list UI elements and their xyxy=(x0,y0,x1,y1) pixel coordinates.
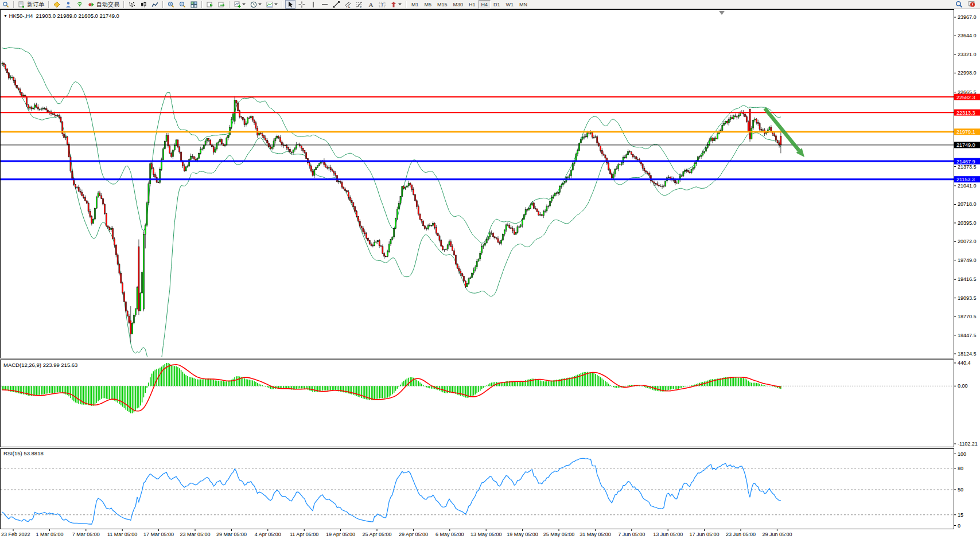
price-tag-21749.0: 21749.0 xyxy=(954,142,980,148)
svg-text:17 Jun 05:00: 17 Jun 05:00 xyxy=(690,532,720,537)
price-tag-22313.3: 22313.3 xyxy=(954,110,980,116)
svg-text:0.00: 0.00 xyxy=(958,383,968,389)
ohlc-close: 21749.0 xyxy=(100,13,119,19)
svg-text:80: 80 xyxy=(958,466,963,471)
rsi-axis: 1008050150 xyxy=(954,451,966,529)
svg-text:23321.0: 23321.0 xyxy=(958,52,977,57)
svg-text:50: 50 xyxy=(958,487,963,493)
svg-text:20072.0: 20072.0 xyxy=(958,239,977,244)
svg-text:4 Apr 05:00: 4 Apr 05:00 xyxy=(255,532,281,537)
svg-text:21467.9: 21467.9 xyxy=(956,159,975,165)
svg-text:29 Jun 05:00: 29 Jun 05:00 xyxy=(762,532,792,537)
svg-text:19093.5: 19093.5 xyxy=(958,295,977,301)
svg-text:21041.0: 21041.0 xyxy=(958,183,977,189)
svg-text:19416.5: 19416.5 xyxy=(958,276,977,282)
svg-text:29 Mar 05:00: 29 Mar 05:00 xyxy=(216,532,247,537)
ohlc-high: 21989.0 xyxy=(57,13,77,19)
svg-text:23 Feb 2022: 23 Feb 2022 xyxy=(1,532,30,537)
svg-text:6 May 05:00: 6 May 05:00 xyxy=(435,532,464,537)
ohlc-open: 21903.0 xyxy=(36,13,56,19)
chart-pane xyxy=(1,360,954,447)
svg-text:100: 100 xyxy=(958,451,966,457)
symbol-period-label: HK50-,H4 xyxy=(9,13,33,19)
svg-text:23 Jun 05:00: 23 Jun 05:00 xyxy=(726,532,756,537)
svg-text:7 Jun 05:00: 7 Jun 05:00 xyxy=(618,532,645,537)
svg-text:11 Apr 05:00: 11 Apr 05:00 xyxy=(290,532,318,537)
svg-text:17 Mar 05:00: 17 Mar 05:00 xyxy=(143,532,174,537)
price-tag-21979.1: 21979.1 xyxy=(954,128,980,135)
svg-text:20395.0: 20395.0 xyxy=(958,220,977,226)
svg-text:0: 0 xyxy=(958,523,960,529)
svg-text:23644.0: 23644.0 xyxy=(958,33,977,38)
svg-text:-1102.21: -1102.21 xyxy=(958,441,978,447)
symbol-dropdown-icon[interactable]: ▼ xyxy=(3,14,7,18)
svg-text:25 Apr 05:00: 25 Apr 05:00 xyxy=(362,532,391,537)
time-axis: 23 Feb 20221 Mar 05:007 Mar 05:0011 Mar … xyxy=(1,529,792,537)
svg-text:18124.5: 18124.5 xyxy=(958,351,977,357)
svg-text:19 Apr 05:00: 19 Apr 05:00 xyxy=(326,532,355,537)
chart-area[interactable]: 23967.023644.023321.022998.022665.521373… xyxy=(0,0,980,539)
price-tag-21467.9: 21467.9 xyxy=(954,158,980,165)
svg-text:18447.5: 18447.5 xyxy=(958,333,977,338)
svg-text:22582.3: 22582.3 xyxy=(956,95,975,100)
svg-text:23 Mar 05:00: 23 Mar 05:00 xyxy=(180,532,210,537)
svg-text:21979.1: 21979.1 xyxy=(956,129,975,135)
chart-title: ▼ HK50-,H4 21903.0 21989.0 21605.0 21749… xyxy=(3,13,119,19)
svg-text:11 Mar 05:00: 11 Mar 05:00 xyxy=(107,532,137,537)
price-axis: 23967.023644.023321.022998.022665.521373… xyxy=(954,14,980,357)
svg-text:7 Mar 05:00: 7 Mar 05:00 xyxy=(72,532,100,537)
svg-text:13 Jun 05:00: 13 Jun 05:00 xyxy=(653,532,683,537)
svg-text:31 May 05:00: 31 May 05:00 xyxy=(580,532,611,537)
svg-text:23967.0: 23967.0 xyxy=(958,14,977,20)
svg-text:22313.3: 22313.3 xyxy=(956,110,975,116)
macd-label: MACD(12,26,9) 223.99 215.63 xyxy=(3,362,77,368)
svg-text:19 May 05:00: 19 May 05:00 xyxy=(507,532,538,537)
svg-text:25 May 05:00: 25 May 05:00 xyxy=(543,532,575,537)
chart-pane xyxy=(1,449,954,529)
svg-text:1 Mar 05:00: 1 Mar 05:00 xyxy=(36,532,63,537)
svg-text:19749.0: 19749.0 xyxy=(958,257,977,263)
svg-text:15: 15 xyxy=(958,512,963,518)
svg-text:29 Apr 05:00: 29 Apr 05:00 xyxy=(399,532,428,537)
svg-text:440.4: 440.4 xyxy=(958,360,971,366)
macd-axis: 440.40.00-1102.21 xyxy=(954,360,978,447)
svg-text:21749.0: 21749.0 xyxy=(956,142,975,148)
price-tag-22582.3: 22582.3 xyxy=(954,94,980,100)
mt4-window: 新订单自动交易EFATM1M5M15M30H1H4D1W1MN 23967.02… xyxy=(0,0,980,539)
svg-text:13 May 05:00: 13 May 05:00 xyxy=(470,532,502,537)
svg-text:18770.5: 18770.5 xyxy=(958,314,977,319)
svg-text:22998.0: 22998.0 xyxy=(958,70,977,76)
rsi-label: RSI(15) 53.8818 xyxy=(3,450,44,456)
svg-text:21373.5: 21373.5 xyxy=(958,164,977,170)
svg-text:21153.3: 21153.3 xyxy=(956,177,975,182)
svg-text:20718.0: 20718.0 xyxy=(958,201,977,207)
ohlc-low: 21605.0 xyxy=(79,13,98,19)
price-tag-21153.3: 21153.3 xyxy=(954,176,980,182)
